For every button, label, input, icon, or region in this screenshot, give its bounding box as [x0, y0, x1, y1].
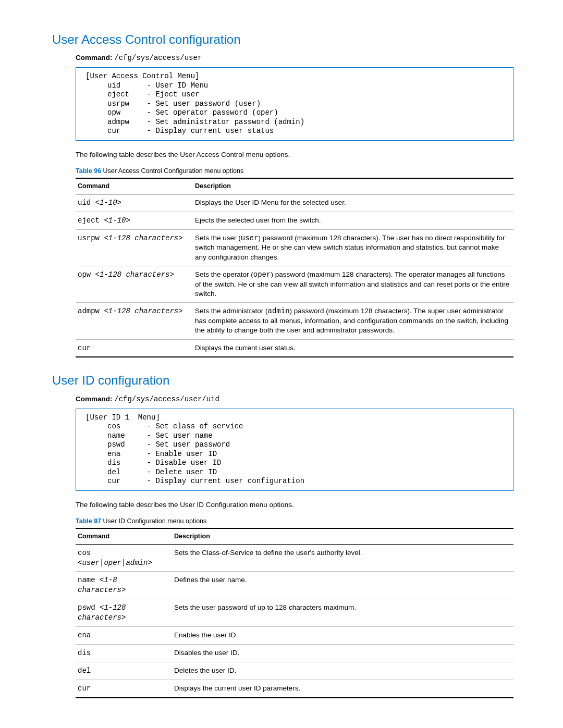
description-cell: Enables the user ID. — [172, 627, 513, 645]
description-cell: Displays the User ID Menu for the select… — [193, 194, 513, 212]
table96-col2: Description — [193, 178, 513, 194]
description-cell: Ejects the selected user from the switch… — [193, 212, 513, 229]
table-row: pswd <1-128 characters>Sets the user pas… — [76, 599, 513, 627]
table97-title: User ID Configuration menu options — [101, 517, 206, 525]
section1-body: The following table describes the User A… — [76, 150, 513, 159]
table-row: curDisplays the current user status. — [76, 339, 513, 357]
table-row: admpw <1-128 characters>Sets the adminis… — [76, 303, 513, 339]
table97-caption: Table 97 User ID Configuration menu opti… — [76, 517, 513, 526]
table-row: enaEnables the user ID. — [76, 627, 513, 645]
description-cell: Sets the administrator (admin) password … — [193, 303, 513, 339]
table-row: usrpw <1-128 characters>Sets the user (u… — [76, 229, 513, 266]
menu-box-user-access: [User Access Control Menu] uid - User ID… — [76, 67, 513, 141]
command-line-1: Command: /cfg/sys/access/user — [76, 53, 513, 63]
table-row: uid <1-10>Displays the User ID Menu for … — [76, 194, 513, 212]
command-cell: opw <1-128 characters> — [76, 266, 193, 302]
table96: Command Description uid <1-10>Displays t… — [76, 178, 513, 358]
command-cell: admpw <1-128 characters> — [76, 303, 193, 339]
table97-col2: Description — [172, 528, 513, 544]
table97-label: Table 97 — [76, 517, 101, 525]
command-cell: pswd <1-128 characters> — [76, 599, 172, 627]
table97: Command Description cos <user|oper|admin… — [76, 528, 513, 698]
heading-user-access-control: User Access Control configuration — [52, 31, 513, 48]
command-cell: ena — [76, 627, 172, 645]
command-cell: cur — [76, 339, 193, 357]
description-cell: Deletes the user ID. — [172, 662, 513, 680]
command-cell: eject <1-10> — [76, 212, 193, 229]
command-cell: name <1-8 characters> — [76, 572, 172, 599]
heading-user-id: User ID configuration — [52, 372, 513, 389]
section-user-id-config: User ID configuration Command: /cfg/sys/… — [52, 372, 513, 698]
command-path: /cfg/sys/access/user — [114, 54, 202, 62]
section-user-access-control: User Access Control configuration Comman… — [52, 31, 513, 357]
command-label: Command: — [76, 54, 113, 61]
table-row: delDeletes the user ID. — [76, 662, 513, 680]
command-label: Command: — [76, 395, 113, 403]
table97-body: cos <user|oper|admin>Sets the Class-of-S… — [76, 544, 513, 697]
table96-label: Table 96 — [76, 167, 101, 175]
menu-box-user-id: [User ID 1 Menu] cos - Set class of serv… — [76, 409, 513, 491]
command-cell: del — [76, 662, 172, 680]
section2-body: The following table describes the User I… — [76, 500, 513, 510]
description-cell: Sets the operator (oper) password (maxim… — [193, 266, 513, 302]
description-cell: Disables the user ID. — [172, 644, 513, 662]
table96-title: User Access Control Configuration menu o… — [101, 167, 243, 175]
description-cell: Displays the current user status. — [193, 339, 513, 357]
description-cell: Sets the user password of up to 128 char… — [172, 599, 513, 627]
description-cell: Defines the user name. — [172, 572, 513, 599]
table-row: eject <1-10>Ejects the selected user fro… — [76, 212, 513, 229]
description-cell: Sets the Class-of-Service to define the … — [172, 544, 513, 572]
table-row: opw <1-128 characters>Sets the operator … — [76, 266, 513, 302]
command-cell: cos <user|oper|admin> — [76, 544, 172, 572]
command-cell: dis — [76, 644, 172, 662]
table-row: cos <user|oper|admin>Sets the Class-of-S… — [76, 544, 513, 572]
table97-col1: Command — [76, 528, 172, 544]
table-row: name <1-8 characters>Defines the user na… — [76, 572, 513, 599]
command-path: /cfg/sys/access/user/uid — [114, 395, 219, 403]
table96-col1: Command — [76, 178, 193, 194]
command-line-2: Command: /cfg/sys/access/user/uid — [76, 394, 513, 404]
command-cell: usrpw <1-128 characters> — [76, 229, 193, 266]
command-cell: cur — [76, 680, 172, 697]
table96-caption: Table 96 User Access Control Configurati… — [76, 167, 513, 176]
description-cell: Displays the current user ID parameters. — [172, 680, 513, 697]
table-row: disDisables the user ID. — [76, 644, 513, 662]
table96-body: uid <1-10>Displays the User ID Menu for … — [76, 194, 513, 357]
command-cell: uid <1-10> — [76, 194, 193, 212]
description-cell: Sets the user (user) password (maximum 1… — [193, 229, 513, 266]
table-row: curDisplays the current user ID paramete… — [76, 680, 513, 697]
